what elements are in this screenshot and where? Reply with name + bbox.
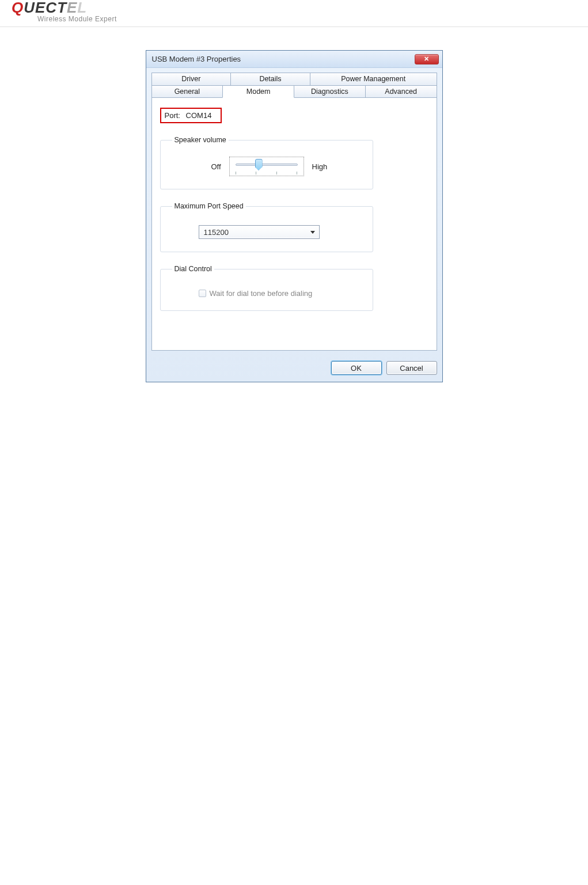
ok-button[interactable]: OK <box>331 361 382 375</box>
group-max-port-speed: Maximum Port Speed 115200 <box>160 202 373 252</box>
tab-panel-modem: Port: COM14 Speaker volume Off <box>151 97 437 351</box>
dialog-body: Driver Details Power Management General … <box>146 68 442 382</box>
group-dial-legend: Dial Control <box>172 265 214 273</box>
port-highlight-box: Port: COM14 <box>160 108 222 123</box>
tab-general[interactable]: General <box>151 85 223 98</box>
dropdown-arrow-button[interactable] <box>307 226 318 238</box>
window-title: USB Modem #3 Properties <box>152 55 415 63</box>
port-label: Port: <box>165 111 180 120</box>
brand-logo: QUECTEL <box>12 0 588 15</box>
tab-advanced[interactable]: Advanced <box>365 85 437 98</box>
group-speaker-legend: Speaker volume <box>172 136 229 144</box>
speaker-volume-slider[interactable] <box>229 157 304 176</box>
chevron-down-icon <box>310 231 315 234</box>
tab-diagnostics[interactable]: Diagnostics <box>294 85 366 98</box>
tab-power-management[interactable]: Power Management <box>310 73 437 85</box>
dialog-button-row: OK Cancel <box>151 355 437 375</box>
slider-label-off: Off <box>198 162 221 171</box>
wait-dial-tone-checkbox[interactable] <box>199 290 206 297</box>
titlebar[interactable]: USB Modem #3 Properties ✕ <box>146 51 442 68</box>
slider-track <box>236 164 298 166</box>
close-button[interactable]: ✕ <box>415 54 439 64</box>
slider-thumb[interactable] <box>255 159 263 170</box>
slider-ticks <box>236 172 298 174</box>
properties-dialog: USB Modem #3 Properties ✕ Driver Details… <box>146 50 443 382</box>
close-icon: ✕ <box>424 55 429 63</box>
tab-strip: Driver Details Power Management General … <box>151 73 437 351</box>
wait-dial-tone-label: Wait for dial tone before dialing <box>210 289 313 298</box>
group-speed-legend: Maximum Port Speed <box>172 202 246 210</box>
cancel-button[interactable]: Cancel <box>386 361 437 375</box>
brand-tagline: Wireless Module Expert <box>37 15 588 23</box>
port-value: COM14 <box>186 111 212 120</box>
slider-label-high: High <box>312 162 335 171</box>
tab-driver[interactable]: Driver <box>151 73 232 85</box>
tab-modem[interactable]: Modem <box>222 85 294 98</box>
port-speed-value: 115200 <box>204 228 229 237</box>
tab-details[interactable]: Details <box>230 73 310 85</box>
group-speaker-volume: Speaker volume Off High <box>160 136 373 189</box>
page-header: QUECTEL Wireless Module Expert <box>0 0 588 27</box>
port-speed-select[interactable]: 115200 <box>199 225 320 239</box>
group-dial-control: Dial Control Wait for dial tone before d… <box>160 265 373 311</box>
